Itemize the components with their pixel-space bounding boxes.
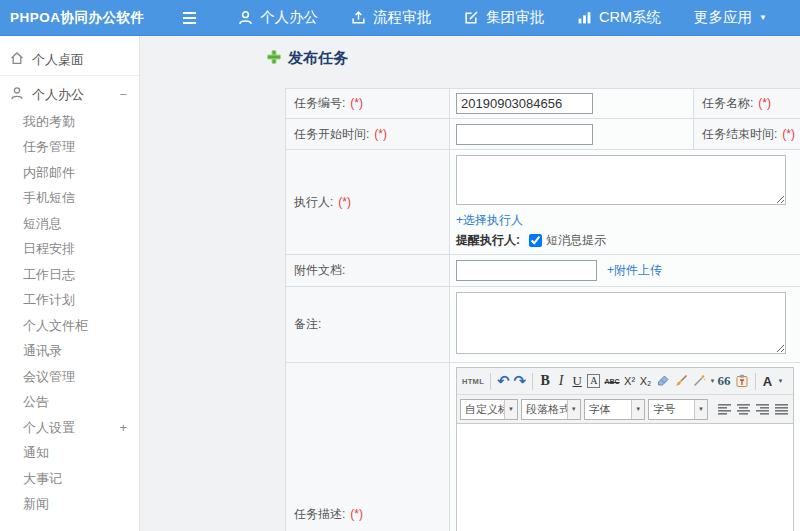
font-family-select[interactable]: 字体 ▼ [584,399,646,420]
editor-content-area[interactable] [457,424,793,531]
caret-down-icon[interactable]: ▼ [778,378,784,384]
start-time-label-cell: 任务开始时间:(*) [286,119,450,150]
start-time-cell [450,119,694,150]
paste-from-word-icon[interactable] [733,371,751,391]
align-left-icon[interactable] [716,400,733,418]
sidebar-item-my-attendance[interactable]: 我的考勤 [0,109,139,135]
eraser-icon[interactable] [654,371,672,391]
choose-executor-link[interactable]: +选择执行人 [456,213,523,227]
start-time-label: 任务开始时间: [294,127,369,141]
add-plus-icon [267,50,281,68]
app-logo: PHPOA协同办公软件 [0,9,145,27]
sidebar-item-notice[interactable]: 通知 [0,441,139,467]
task-number-input[interactable] [456,93,593,114]
nav-label: 个人办公 [260,8,318,27]
sidebar-item-work-plan[interactable]: 工作计划 [0,288,139,314]
magic-wand-icon[interactable] [690,371,708,391]
task-number-label-cell: 任务编号:(*) [286,89,450,119]
sidebar-item-meeting-management[interactable]: 会议管理 [0,364,139,390]
required-mark: (*) [350,96,363,110]
sidebar-item-label: 个人文件柜 [23,317,88,335]
subscript-button[interactable]: X₂ [638,371,654,391]
attachment-input[interactable] [456,260,597,281]
sidebar-item-contacts[interactable]: 通讯录 [0,339,139,365]
paragraph-format-select[interactable]: 段落格式 ▼ [521,399,581,420]
alignment-buttons [716,400,790,418]
sidebar-item-work-log[interactable]: 工作日志 [0,262,139,288]
task-name-label-cell: 任务名称:(*) [694,89,800,119]
sidebar-item-personal-files[interactable]: 个人文件柜 [0,313,139,339]
sidebar-item-internal-mail[interactable]: 内部邮件 [0,160,139,186]
remind-executor-label: 提醒执行人: [456,232,520,249]
nav-crm-system[interactable]: CRM系统 [577,8,661,27]
underline-button[interactable]: U [569,371,585,391]
sidebar-item-short-message[interactable]: 短消息 [0,211,139,237]
sidebar-item-label: 新闻 [23,495,49,513]
end-time-label-cell: 任务结束时间:(*) [694,119,800,150]
nav-label: 更多应用 [694,8,752,27]
sidebar-item-mobile-sms[interactable]: 手机短信 [0,186,139,212]
strikethrough-button[interactable]: ABC [602,371,621,391]
sidebar-item-task-management[interactable]: 任务管理 [0,135,139,161]
sidebar-item-label: 个人设置 [23,419,75,437]
font-size-select[interactable]: 字号 ▼ [648,399,708,420]
hamburger-menu-icon[interactable] [183,12,197,24]
custom-heading-select[interactable]: 自定义标题 ▼ [460,399,518,420]
redo-icon[interactable]: ↷ [512,371,529,391]
end-time-label: 任务结束时间: [702,127,777,141]
required-mark: (*) [758,96,771,110]
sidebar-item-label: 大事记 [23,470,62,488]
nav-group-approval[interactable]: 集团审批 [464,8,544,27]
expand-plus-icon[interactable]: + [119,420,127,435]
sidebar-item-label: 通讯录 [23,342,62,360]
group-approval-icon [464,10,479,25]
toolbar-separator [755,373,756,390]
task-number-cell [450,89,694,119]
nav-workflow-approval[interactable]: 流程审批 [351,8,431,27]
nav-personal-office[interactable]: 个人办公 [238,8,318,27]
sidebar: 个人桌面 个人办公 − 我的考勤 任务管理 内部邮件 手机短信 短消息 日程安排… [0,36,140,531]
sidebar-item-announcement[interactable]: 公告 [0,390,139,416]
sidebar-item-personal-desktop[interactable]: 个人桌面 [0,44,139,76]
sms-reminder-checkbox[interactable] [529,234,542,247]
rich-text-editor: HTML ↶ ↷ B I U A ABC X² X₂ [456,367,794,531]
format-brush-icon[interactable] [672,371,690,391]
italic-button[interactable]: I [553,371,569,391]
html-source-button[interactable]: HTML [460,371,486,391]
sidebar-item-schedule[interactable]: 日程安排 [0,237,139,263]
text-style-button[interactable]: A [587,374,600,388]
sidebar-item-news[interactable]: 新闻 [0,492,139,518]
nav-label: CRM系统 [599,8,661,27]
undo-icon[interactable]: ↶ [495,371,512,391]
top-nav: 个人办公 流程审批 集团审批 CRM系统 [238,8,800,27]
sidebar-item-label: 手机短信 [23,189,75,207]
main-content: 发布任务 任务编号:(*) 任务名称:(*) 任务开始时间:(*) [140,36,800,531]
select-value: 字体 [589,402,632,417]
align-justify-icon[interactable] [773,400,790,418]
sidebar-item-personal-settings[interactable]: 个人设置 + [0,415,139,441]
remark-cell [450,287,800,363]
align-right-icon[interactable] [754,400,771,418]
executor-textarea[interactable] [456,155,786,205]
attachment-upload-link[interactable]: +附件上传 [607,262,662,279]
bold-button[interactable]: B [537,371,553,391]
sidebar-item-personal-office[interactable]: 个人办公 − [0,80,139,109]
required-mark: (*) [350,507,363,521]
start-time-input[interactable] [456,124,593,145]
sidebar-item-label: 工作计划 [23,291,75,309]
font-color-button[interactable]: A [760,371,776,391]
superscript-button[interactable]: X² [622,371,638,391]
align-center-icon[interactable] [735,400,752,418]
sidebar-item-events[interactable]: 大事记 [0,466,139,492]
toolbar-separator [490,373,491,390]
remark-textarea[interactable] [456,292,786,354]
collapse-minus-icon[interactable]: − [119,87,127,102]
sidebar-item-label: 工作日志 [23,266,75,284]
blockquote-button[interactable]: 66 [716,371,733,391]
sidebar-item-label: 短消息 [23,215,62,233]
nav-more-apps[interactable]: 更多应用 ▼ [694,8,767,27]
crm-chart-icon [577,10,592,25]
description-label-cell: 任务描述:(*) [286,363,450,531]
required-mark: (*) [374,127,387,141]
editor-toolbar-row2: 自定义标题 ▼ 段落格式 ▼ 字体 ▼ [457,395,793,424]
